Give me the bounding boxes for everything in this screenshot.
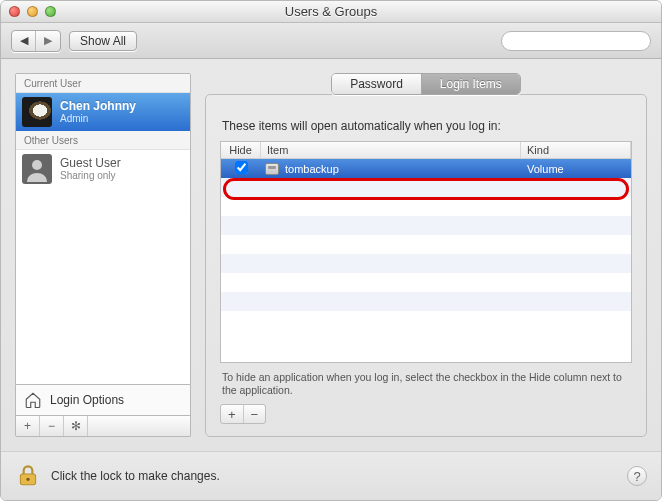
lock-message: Click the lock to make changes. <box>51 469 220 483</box>
avatar-icon <box>22 154 52 184</box>
show-all-button[interactable]: Show All <box>69 31 137 51</box>
table-row[interactable] <box>221 216 631 235</box>
table-row[interactable] <box>221 178 631 197</box>
table-row[interactable]: tombackup Volume <box>221 159 631 178</box>
add-login-item-button[interactable]: + <box>221 405 244 423</box>
window-title: Users & Groups <box>1 4 661 19</box>
toolbar: ◀ ▶ Show All <box>1 23 661 59</box>
close-button[interactable] <box>9 6 20 17</box>
login-options-label: Login Options <box>50 393 124 407</box>
login-items-table: Hide Item Kind tombackup Volume <box>220 141 632 363</box>
tab-login-items[interactable]: Login Items <box>422 74 520 94</box>
user-role: Admin <box>60 113 136 124</box>
table-row[interactable] <box>221 292 631 311</box>
hide-checkbox[interactable] <box>235 161 248 174</box>
user-list: Current User Chen Johnny Admin Other Use… <box>15 73 191 385</box>
user-add-remove-bar: + − ✻ <box>15 416 191 437</box>
user-role: Sharing only <box>60 170 121 181</box>
table-row[interactable] <box>221 273 631 292</box>
home-icon <box>24 391 42 409</box>
tab-password[interactable]: Password <box>332 74 422 94</box>
col-item[interactable]: Item <box>261 142 521 158</box>
help-button[interactable]: ? <box>627 466 647 486</box>
nav-buttons: ◀ ▶ <box>11 30 61 52</box>
col-hide[interactable]: Hide <box>221 142 261 158</box>
remove-login-item-button[interactable]: − <box>244 405 266 423</box>
table-body: tombackup Volume <box>221 159 631 362</box>
minimize-button[interactable] <box>27 6 38 17</box>
svg-point-4 <box>26 478 29 481</box>
volume-icon <box>265 163 279 175</box>
add-user-button[interactable]: + <box>16 416 40 436</box>
footer: Click the lock to make changes. ? <box>1 451 661 500</box>
user-name: Chen Johnny <box>60 100 136 114</box>
lock-icon[interactable] <box>15 462 41 490</box>
svg-point-2 <box>32 160 42 170</box>
search-input[interactable] <box>512 34 654 48</box>
user-name: Guest User <box>60 157 121 171</box>
tab-bar: Password Login Items <box>205 73 647 95</box>
table-row[interactable] <box>221 235 631 254</box>
table-row[interactable] <box>221 311 631 330</box>
avatar-icon <box>22 97 52 127</box>
login-options-button[interactable]: Login Options <box>15 385 191 416</box>
table-header: Hide Item Kind <box>221 142 631 159</box>
login-items-panel: These items will open automatically when… <box>205 94 647 437</box>
zoom-button[interactable] <box>45 6 56 17</box>
remove-user-button[interactable]: − <box>40 416 64 436</box>
user-row-guest[interactable]: Guest User Sharing only <box>16 150 190 188</box>
sidebar: Current User Chen Johnny Admin Other Use… <box>15 73 191 437</box>
traffic-lights <box>1 6 56 17</box>
main-panel: Password Login Items These items will op… <box>205 73 647 437</box>
col-kind[interactable]: Kind <box>521 142 631 158</box>
table-row[interactable] <box>221 254 631 273</box>
titlebar: Users & Groups <box>1 1 661 23</box>
search-field[interactable] <box>501 31 651 51</box>
item-name: tombackup <box>285 163 339 175</box>
login-items-intro: These items will open automatically when… <box>222 119 630 133</box>
table-row[interactable] <box>221 197 631 216</box>
back-button[interactable]: ◀ <box>12 31 36 51</box>
item-kind: Volume <box>521 163 631 175</box>
user-action-menu[interactable]: ✻ <box>64 416 88 436</box>
other-users-header: Other Users <box>16 131 190 150</box>
forward-button[interactable]: ▶ <box>36 31 60 51</box>
hide-hint: To hide an application when you log in, … <box>222 371 630 398</box>
user-row-current[interactable]: Chen Johnny Admin <box>16 93 190 131</box>
current-user-header: Current User <box>16 74 190 93</box>
login-item-add-remove: + − <box>220 404 266 424</box>
users-and-groups-window: Users & Groups ◀ ▶ Show All Current User… <box>0 0 662 501</box>
